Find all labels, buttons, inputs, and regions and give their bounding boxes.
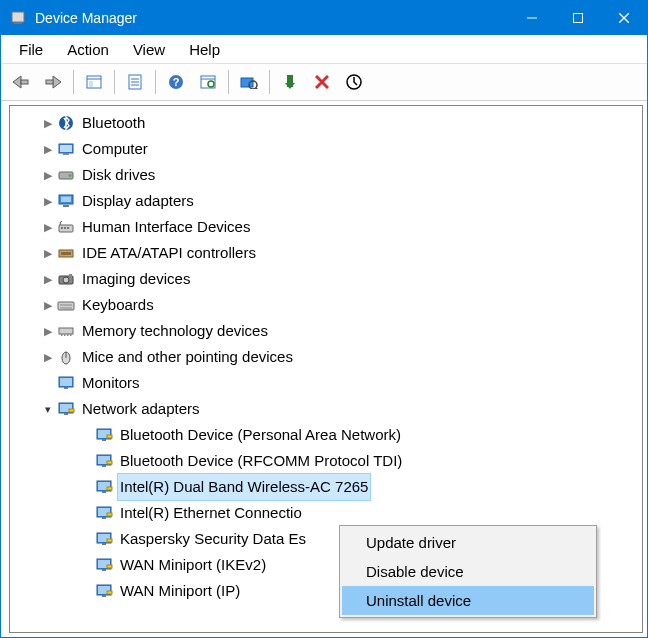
window-title: Device Manager (35, 10, 137, 26)
context-menu: Update driverDisable deviceUninstall dev… (339, 525, 597, 618)
svg-rect-39 (67, 227, 69, 229)
expand-chevron-icon[interactable]: ▶ (40, 240, 56, 266)
svg-rect-57 (64, 387, 68, 389)
network-icon (94, 426, 114, 444)
svg-rect-76 (102, 517, 106, 519)
svg-rect-37 (61, 227, 63, 229)
expand-chevron-icon[interactable]: ▶ (40, 162, 56, 188)
enable-button[interactable] (275, 67, 305, 97)
device-category[interactable]: ▶Memory technology devices (10, 318, 642, 344)
expand-chevron-icon[interactable]: ▶ (40, 214, 56, 240)
close-button[interactable] (601, 1, 647, 35)
device-category[interactable]: ▶IDE ATA/ATAPI controllers (10, 240, 642, 266)
toolbar-separator (228, 70, 229, 94)
expand-chevron-icon[interactable]: ▶ (40, 188, 56, 214)
tree-item-label: Mice and other pointing devices (80, 344, 295, 370)
tree-item-label: Bluetooth Device (Personal Area Network) (118, 422, 403, 448)
toolbar-separator (269, 70, 270, 94)
svg-rect-34 (63, 205, 69, 207)
show-hidden-button[interactable] (79, 67, 109, 97)
imaging-icon (56, 270, 76, 288)
svg-rect-80 (102, 543, 106, 545)
network-icon (94, 530, 114, 548)
device-item[interactable]: Intel(R) Dual Band Wireless-AC 7265 (10, 474, 642, 500)
svg-rect-50 (64, 334, 66, 336)
device-category[interactable]: ▶Display adapters (10, 188, 642, 214)
svg-rect-0 (12, 12, 24, 22)
menubar: File Action View Help (1, 35, 647, 64)
uninstall-button[interactable] (339, 67, 369, 97)
collapse-chevron-icon[interactable]: ▾ (40, 396, 56, 422)
monitor-icon (56, 374, 76, 392)
disable-button[interactable] (307, 67, 337, 97)
device-item[interactable]: Intel(R) Ethernet Connectio (10, 500, 642, 526)
toolbar-separator (73, 70, 74, 94)
tree-item-label: WAN Miniport (IKEv2) (118, 552, 268, 578)
tree-item-label: Disk drives (80, 162, 157, 188)
expand-chevron-icon[interactable]: ▶ (40, 136, 56, 162)
context-menu-item[interactable]: Uninstall device (342, 586, 594, 615)
svg-rect-48 (59, 328, 73, 334)
device-category[interactable]: ▶Bluetooth (10, 110, 642, 136)
device-manager-window: Device Manager File Action View Help ? ▶… (0, 0, 648, 638)
tree-item-label: Intel(R) Dual Band Wireless-AC 7265 (118, 474, 370, 500)
device-category[interactable]: ▾Network adapters (10, 396, 642, 422)
svg-rect-64 (102, 439, 106, 441)
expand-chevron-icon[interactable]: ▶ (40, 344, 56, 370)
device-category[interactable]: ▶Mice and other pointing devices (10, 344, 642, 370)
toolbar-separator (114, 70, 115, 94)
help-button[interactable]: ? (161, 67, 191, 97)
tree-item-label: Kaspersky Security Data Es (118, 526, 308, 552)
back-button[interactable] (6, 67, 36, 97)
device-category[interactable]: ▶Computer (10, 136, 642, 162)
svg-text:?: ? (173, 76, 180, 88)
menu-action[interactable]: Action (55, 38, 121, 61)
svg-rect-88 (102, 595, 106, 597)
device-category[interactable]: ▶Keyboards (10, 292, 642, 318)
device-category[interactable]: ▶Disk drives (10, 162, 642, 188)
svg-rect-7 (46, 80, 53, 84)
device-category[interactable]: ▶Imaging devices (10, 266, 642, 292)
context-menu-item[interactable]: Disable device (342, 557, 594, 586)
scan-button[interactable] (234, 67, 264, 97)
context-menu-item[interactable]: Update driver (342, 528, 594, 557)
expand-chevron-icon[interactable]: ▶ (40, 292, 56, 318)
forward-button[interactable] (38, 67, 68, 97)
menu-file[interactable]: File (7, 38, 55, 61)
menu-view[interactable]: View (121, 38, 177, 61)
svg-rect-30 (63, 153, 69, 155)
tree-item-label: Computer (80, 136, 150, 162)
device-item[interactable]: Bluetooth Device (Personal Area Network) (10, 422, 642, 448)
svg-rect-84 (102, 569, 106, 571)
svg-rect-81 (107, 539, 112, 542)
svg-rect-56 (60, 378, 72, 386)
expand-chevron-icon[interactable]: ▶ (40, 318, 56, 344)
minimize-button[interactable] (509, 1, 555, 35)
svg-rect-29 (60, 145, 72, 152)
tree-item-label: Bluetooth Device (RFCOMM Protocol TDI) (118, 448, 404, 474)
network-icon (94, 504, 114, 522)
tree-item-label: Intel(R) Ethernet Connectio (118, 500, 304, 526)
mouse-icon (56, 348, 76, 366)
maximize-button[interactable] (555, 1, 601, 35)
svg-rect-85 (107, 565, 112, 568)
ide-icon (56, 244, 76, 262)
svg-rect-52 (70, 334, 72, 336)
tree-item-label: Network adapters (80, 396, 202, 422)
svg-point-43 (63, 277, 69, 283)
device-item[interactable]: Bluetooth Device (RFCOMM Protocol TDI) (10, 448, 642, 474)
svg-rect-51 (67, 334, 69, 336)
properties-button[interactable] (120, 67, 150, 97)
expand-chevron-icon[interactable]: ▶ (40, 266, 56, 292)
device-category[interactable]: Monitors (10, 370, 642, 396)
update-button[interactable] (193, 67, 223, 97)
tree-item-label: Imaging devices (80, 266, 192, 292)
device-category[interactable]: ▶Human Interface Devices (10, 214, 642, 240)
menu-help[interactable]: Help (177, 38, 232, 61)
tree-item-label: Human Interface Devices (80, 214, 252, 240)
expand-chevron-icon[interactable]: ▶ (40, 110, 56, 136)
keyboard-icon (56, 296, 76, 314)
svg-rect-20 (241, 78, 253, 87)
memory-icon (56, 322, 76, 340)
svg-rect-10 (89, 81, 93, 87)
